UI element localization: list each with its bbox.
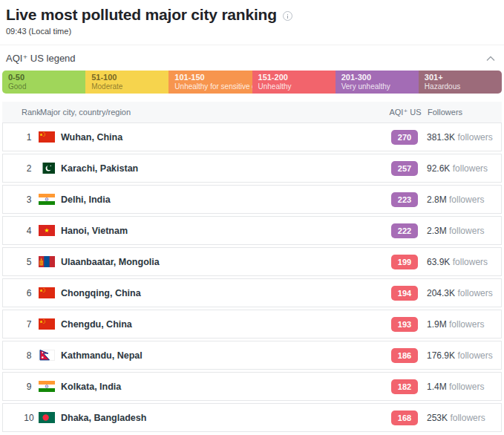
city-row[interactable]: 9 Kolkata, India 182 1.4M followers (2, 372, 502, 401)
followers-label: followers (449, 319, 484, 330)
column-followers: Followers (428, 108, 499, 117)
legend-range: 151-200 (258, 73, 333, 82)
legend-segment: 301+ Hazardous (419, 71, 502, 94)
followers-count: 1.9M (427, 319, 447, 330)
rank: 2 (22, 163, 36, 174)
flag-nepal (39, 350, 55, 361)
flag-mongolia (39, 256, 55, 267)
flag-china (39, 318, 55, 330)
flag-china (39, 131, 55, 143)
followers-label: followers (450, 413, 485, 423)
rank: 6 (22, 288, 36, 298)
city-row[interactable]: 5 Ulaanbaatar, Mongolia 199 63.9K follow… (2, 247, 502, 276)
legend-label: Moderate (91, 82, 166, 91)
info-icon[interactable] (283, 11, 292, 21)
column-rank: Rank (22, 108, 40, 117)
followers-count: 381.3K (427, 132, 455, 143)
followers-count: 204.3K (427, 288, 455, 298)
rank: 1 (22, 132, 36, 143)
city-row[interactable]: 7 Chengdu, China 193 1.9M followers (2, 310, 502, 338)
followers-label: followers (457, 350, 492, 361)
followers-count: 2.8M (427, 194, 447, 205)
polluted-city-ranking-panel: Live most polluted major city ranking 09… (0, 0, 504, 435)
header: Live most polluted major city ranking (0, 4, 504, 24)
legend-segment: 101-150 Unhealthy for sensitive groups (168, 71, 252, 94)
rank: 4 (22, 226, 36, 236)
aqi-badge: 223 (391, 192, 418, 207)
page-title: Live most polluted major city ranking (6, 6, 277, 24)
city-row[interactable]: 3 Delhi, India 223 2.8M followers (2, 185, 502, 214)
rank: 9 (22, 382, 36, 392)
aqi-badge: 182 (391, 379, 418, 394)
flag-pakistan (39, 163, 55, 174)
aqi-legend-bar: 0-50 Good 51-100 Moderate 101-150 Unheal… (2, 71, 502, 94)
followers-label: followers (453, 163, 488, 174)
rank: 3 (22, 194, 36, 205)
flag-india (39, 381, 55, 392)
aqi-legend-section: AQI⁺ US legend 0-50 Good 51-100 Moderate… (0, 45, 504, 94)
flag-india (39, 194, 55, 205)
legend-range: 201-300 (341, 73, 416, 82)
city-row[interactable]: 10 Dhaka, Bangladesh 168 253K followers (2, 403, 502, 432)
aqi-badge: 257 (391, 161, 418, 176)
legend-segment: 201-300 Very unhealthy (336, 71, 419, 94)
aqi-badge: 199 (391, 255, 418, 269)
legend-label: Very unhealthy (341, 82, 416, 91)
chevron-up-icon (486, 56, 495, 62)
aqi-badge: 194 (391, 286, 418, 301)
flag-china (39, 287, 55, 298)
rank: 5 (22, 257, 36, 267)
legend-label: Hazardous (425, 82, 499, 91)
city-name: Dhaka, Bangladesh (61, 413, 382, 423)
table-body: 1 Wuhan, China 270 381.3K followers 2 Ka… (2, 122, 502, 432)
flag-bangladesh (39, 412, 55, 423)
city-row[interactable]: 8 Kathmandu, Nepal 186 176.9K followers (2, 341, 502, 370)
column-aqi: AQI⁺ US (383, 108, 428, 117)
legend-label: Good (8, 82, 82, 91)
legend-range: 51-100 (91, 73, 166, 82)
city-row[interactable]: 2 Karachi, Pakistan 257 92.6K followers (2, 154, 502, 183)
rank: 10 (22, 413, 36, 423)
legend-segment: 0-50 Good (2, 71, 85, 94)
city-row[interactable]: 6 Chongqing, China 194 204.3K followers (2, 278, 502, 307)
followers-count: 176.9K (427, 350, 455, 361)
legend-segment: 151-200 Unhealthy (252, 71, 336, 94)
table-header: Rank Major city, country/region AQI⁺ US … (2, 102, 502, 122)
aqi-badge: 222 (391, 223, 418, 238)
flag-vietnam (39, 225, 55, 236)
followers-count: 92.6K (427, 163, 450, 174)
city-name: Kathmandu, Nepal (61, 350, 382, 361)
city-row[interactable]: 1 Wuhan, China 270 381.3K followers (2, 122, 502, 151)
legend-label: Unhealthy for sensitive groups (174, 82, 249, 91)
city-name: Ulaanbaatar, Mongolia (61, 257, 382, 267)
followers-count: 1.4M (427, 382, 447, 392)
followers-label: followers (449, 382, 484, 392)
city-name: Delhi, India (61, 194, 382, 205)
city-name: Kolkata, India (61, 382, 382, 392)
aqi-badge: 168 (391, 411, 418, 425)
followers-label: followers (453, 257, 488, 267)
legend-label: Unhealthy (258, 82, 333, 91)
city-name: Karachi, Pakistan (61, 163, 382, 174)
followers-count: 2.3M (427, 226, 447, 236)
legend-range: 301+ (425, 73, 499, 82)
city-name: Chengdu, China (61, 319, 382, 330)
legend-segment: 51-100 Moderate (85, 71, 168, 94)
followers-label: followers (449, 194, 484, 205)
city-name: Chongqing, China (61, 288, 382, 298)
legend-range: 101-150 (174, 73, 249, 82)
legend-toggle[interactable]: AQI⁺ US legend (0, 45, 504, 71)
aqi-badge: 186 (391, 348, 418, 363)
rank: 8 (22, 350, 36, 361)
column-city: Major city, country/region (40, 108, 383, 117)
city-row[interactable]: 4 Hanoi, Vietnam 222 2.3M followers (2, 216, 502, 245)
followers-label: followers (449, 226, 484, 236)
aqi-badge: 193 (391, 317, 418, 332)
followers-count: 253K (427, 413, 448, 423)
followers-label: followers (457, 288, 492, 298)
ranking-table: Rank Major city, country/region AQI⁺ US … (2, 102, 502, 432)
legend-range: 0-50 (8, 73, 82, 82)
followers-count: 63.9K (427, 257, 450, 267)
city-name: Wuhan, China (61, 132, 382, 143)
legend-title: AQI⁺ US legend (6, 53, 76, 64)
